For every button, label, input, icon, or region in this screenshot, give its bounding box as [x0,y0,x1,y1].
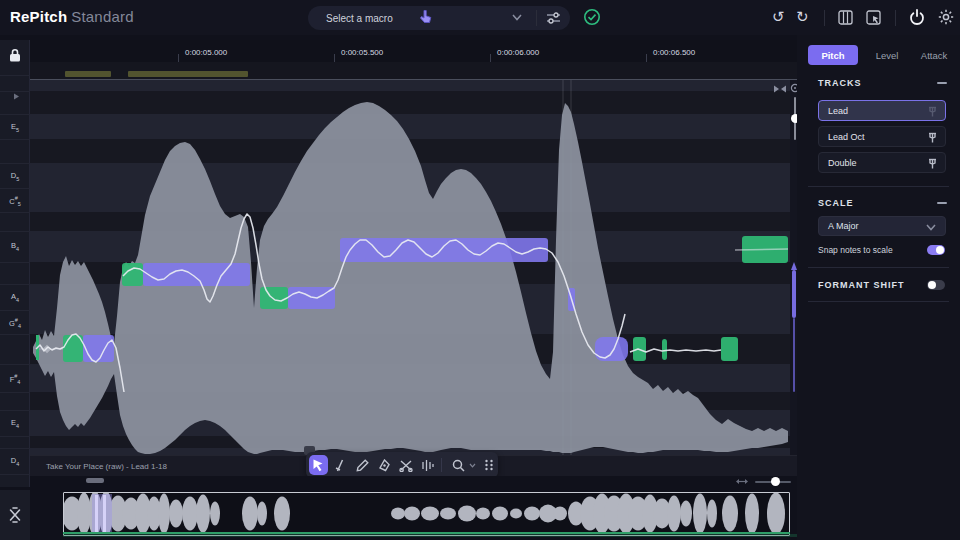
section-segment [128,71,248,77]
pen-tool-button[interactable] [375,455,394,475]
undo-icon[interactable]: ↺ [772,9,785,24]
edition-name: Standard [71,8,133,25]
select-mode-icon[interactable] [866,10,881,25]
overview-view-edge [103,495,106,532]
key-separator [0,364,30,365]
overview-blob [667,496,681,532]
settings-gear-icon[interactable] [937,8,955,26]
key-separator [0,163,30,164]
key-separator [0,392,30,393]
key-separator [0,310,30,311]
key-separator [0,474,30,475]
pin-icon[interactable] [927,105,938,118]
overview-blob [722,496,738,532]
note-block-green[interactable] [721,337,738,361]
key-separator [0,284,30,285]
key-separator [0,114,30,115]
chevron-down-icon[interactable] [512,14,522,21]
tab-pitch[interactable]: Pitch [808,45,858,65]
grid-handle-icon[interactable] [479,455,498,475]
note-block-purple[interactable] [83,335,114,362]
piano-view-icon[interactable] [838,10,853,25]
vertical-scrollbar-tail [793,318,795,392]
key-separator [0,262,30,263]
timeline-ruler[interactable]: 0:00:05.0000:00:05.5000:00:06.0000:00:06… [30,40,797,62]
tab-level[interactable]: Level [865,45,909,65]
macro-dropdown-label: Select a macro [326,13,393,24]
floating-toolbar [306,452,498,478]
pin-icon[interactable] [927,157,938,170]
collapse-scale-icon[interactable] [937,202,947,204]
pitch-editor-grid[interactable] [30,80,790,455]
h-zoom-knob[interactable] [771,477,780,486]
redo-icon[interactable]: ↻ [796,9,809,24]
key-separator [0,448,30,449]
marker-icon [11,93,19,100]
divider [536,10,537,26]
overview-blob [693,494,707,534]
note-block-green[interactable] [260,287,288,309]
overview-blob [274,497,290,531]
note-block-purple[interactable] [143,263,250,286]
key-separator [0,436,30,437]
overview-blob [767,493,785,534]
app-window: RePitchStandard Select a macro ↺ ↻ [0,0,960,540]
track-name: Lead Oct [828,132,865,142]
pencil-tool-button[interactable] [353,455,372,475]
divider [808,267,949,268]
track-item-double[interactable]: Double [818,152,946,173]
overview-blob [745,494,759,534]
overview-blob [158,494,170,534]
follow-playhead-icon[interactable] [773,84,787,94]
scissors-tool-button[interactable] [397,455,416,475]
key-label: F#4 [0,373,30,385]
horizontal-scrollbar-thumb[interactable] [86,478,104,483]
piano-key-column[interactable]: E5D5C#5B4A4G#4F#4E4D4 [0,40,30,487]
check-circle-icon[interactable] [583,8,601,26]
lock-icon[interactable] [8,48,22,63]
warp-tool-button[interactable] [418,455,437,475]
pin-icon[interactable] [927,131,938,144]
select-tool-button[interactable] [309,455,328,475]
hand-cursor-icon [418,9,433,26]
macro-dropdown[interactable]: Select a macro [308,6,570,30]
zoom-tool-button[interactable] [449,455,468,475]
tab-attack[interactable]: Attack [912,45,956,65]
track-item-lead[interactable]: Lead [818,100,946,121]
divider [441,458,442,472]
divider [808,301,949,302]
vertical-scrollbar-thumb[interactable] [792,270,796,318]
key-label: D5 [0,171,30,182]
timeline-tick [178,54,179,62]
pitch-tool-button[interactable] [331,455,350,475]
section-segment [65,71,111,77]
timeline-tick [334,54,335,62]
overview-blob [707,500,717,528]
overview-blob [458,506,476,522]
overview-blob [196,495,210,533]
note-block-purple[interactable] [340,238,548,262]
row-stripe [30,114,790,139]
sliders-icon[interactable] [546,11,561,25]
scale-header: SCALE [818,198,854,208]
snap-to-scale-toggle[interactable] [927,245,945,255]
pitch-curve[interactable] [735,249,788,250]
chevron-down-icon[interactable] [469,463,476,468]
note-block-purple[interactable] [288,287,335,309]
key-separator [0,188,30,189]
key-separator [0,212,30,213]
note-block-green[interactable] [662,339,667,360]
section-lane [30,62,797,80]
overview-blob [242,497,258,531]
overview-blob [421,507,439,521]
pitch-fork-cell[interactable] [0,490,30,540]
key-label: E4 [0,418,30,429]
track-item-lead-oct[interactable]: Lead Oct [818,126,946,147]
power-icon[interactable] [908,8,926,26]
timeline-label: 0:00:06.500 [653,48,695,57]
scale-select[interactable]: A Major [818,216,946,236]
row-stripe [30,80,790,91]
collapse-tracks-icon[interactable] [937,82,947,84]
overview-strip[interactable] [63,492,790,536]
formant-shift-toggle[interactable] [927,280,945,290]
